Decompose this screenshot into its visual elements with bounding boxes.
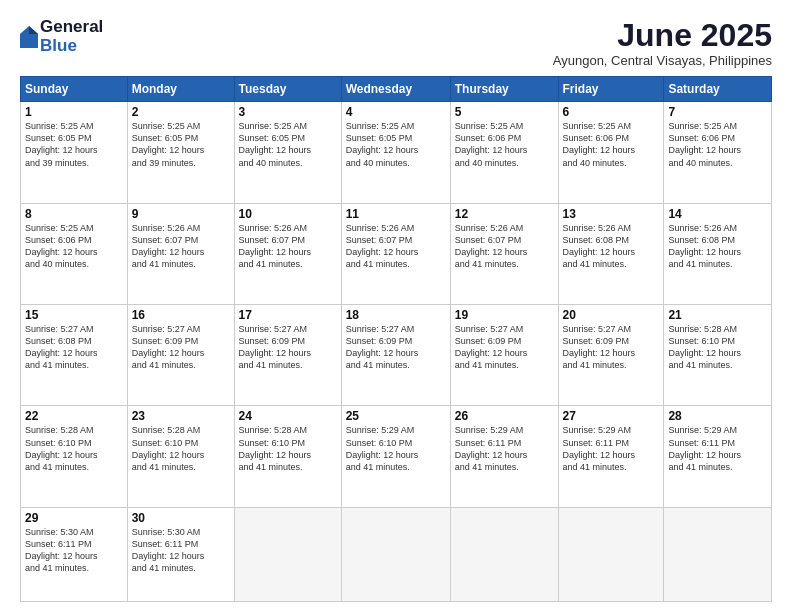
day-number: 8 — [25, 207, 123, 221]
table-row: 26Sunrise: 5:29 AM Sunset: 6:11 PM Dayli… — [450, 406, 558, 507]
table-row: 22Sunrise: 5:28 AM Sunset: 6:10 PM Dayli… — [21, 406, 128, 507]
table-row — [558, 507, 664, 601]
table-row: 23Sunrise: 5:28 AM Sunset: 6:10 PM Dayli… — [127, 406, 234, 507]
day-info: Sunrise: 5:25 AM Sunset: 6:06 PM Dayligh… — [455, 120, 554, 169]
day-info: Sunrise: 5:27 AM Sunset: 6:08 PM Dayligh… — [25, 323, 123, 372]
day-info: Sunrise: 5:28 AM Sunset: 6:10 PM Dayligh… — [25, 424, 123, 473]
table-row: 25Sunrise: 5:29 AM Sunset: 6:10 PM Dayli… — [341, 406, 450, 507]
table-row: 8Sunrise: 5:25 AM Sunset: 6:06 PM Daylig… — [21, 203, 128, 304]
day-number: 17 — [239, 308, 337, 322]
day-number: 6 — [563, 105, 660, 119]
table-row: 1Sunrise: 5:25 AM Sunset: 6:05 PM Daylig… — [21, 102, 128, 203]
header-row: Sunday Monday Tuesday Wednesday Thursday… — [21, 77, 772, 102]
day-number: 2 — [132, 105, 230, 119]
day-number: 27 — [563, 409, 660, 423]
table-row: 17Sunrise: 5:27 AM Sunset: 6:09 PM Dayli… — [234, 305, 341, 406]
day-number: 21 — [668, 308, 767, 322]
day-number: 28 — [668, 409, 767, 423]
day-info: Sunrise: 5:27 AM Sunset: 6:09 PM Dayligh… — [132, 323, 230, 372]
day-info: Sunrise: 5:25 AM Sunset: 6:06 PM Dayligh… — [668, 120, 767, 169]
day-info: Sunrise: 5:25 AM Sunset: 6:05 PM Dayligh… — [132, 120, 230, 169]
table-row: 3Sunrise: 5:25 AM Sunset: 6:05 PM Daylig… — [234, 102, 341, 203]
table-row — [450, 507, 558, 601]
day-number: 18 — [346, 308, 446, 322]
table-row: 10Sunrise: 5:26 AM Sunset: 6:07 PM Dayli… — [234, 203, 341, 304]
calendar-week-5: 29Sunrise: 5:30 AM Sunset: 6:11 PM Dayli… — [21, 507, 772, 601]
calendar-week-2: 8Sunrise: 5:25 AM Sunset: 6:06 PM Daylig… — [21, 203, 772, 304]
day-number: 24 — [239, 409, 337, 423]
logo-icon — [20, 26, 38, 48]
table-row: 29Sunrise: 5:30 AM Sunset: 6:11 PM Dayli… — [21, 507, 128, 601]
calendar-table: Sunday Monday Tuesday Wednesday Thursday… — [20, 76, 772, 602]
table-row: 27Sunrise: 5:29 AM Sunset: 6:11 PM Dayli… — [558, 406, 664, 507]
table-row: 7Sunrise: 5:25 AM Sunset: 6:06 PM Daylig… — [664, 102, 772, 203]
day-info: Sunrise: 5:28 AM Sunset: 6:10 PM Dayligh… — [132, 424, 230, 473]
table-row — [341, 507, 450, 601]
day-number: 30 — [132, 511, 230, 525]
day-info: Sunrise: 5:27 AM Sunset: 6:09 PM Dayligh… — [346, 323, 446, 372]
col-thursday: Thursday — [450, 77, 558, 102]
day-number: 1 — [25, 105, 123, 119]
day-info: Sunrise: 5:26 AM Sunset: 6:07 PM Dayligh… — [346, 222, 446, 271]
logo-text: General Blue — [40, 18, 103, 55]
subtitle: Ayungon, Central Visayas, Philippines — [553, 53, 772, 68]
col-tuesday: Tuesday — [234, 77, 341, 102]
day-number: 22 — [25, 409, 123, 423]
table-row: 21Sunrise: 5:28 AM Sunset: 6:10 PM Dayli… — [664, 305, 772, 406]
table-row — [664, 507, 772, 601]
day-info: Sunrise: 5:29 AM Sunset: 6:11 PM Dayligh… — [455, 424, 554, 473]
day-info: Sunrise: 5:26 AM Sunset: 6:08 PM Dayligh… — [668, 222, 767, 271]
day-info: Sunrise: 5:25 AM Sunset: 6:05 PM Dayligh… — [346, 120, 446, 169]
table-row: 2Sunrise: 5:25 AM Sunset: 6:05 PM Daylig… — [127, 102, 234, 203]
table-row: 15Sunrise: 5:27 AM Sunset: 6:08 PM Dayli… — [21, 305, 128, 406]
table-row: 20Sunrise: 5:27 AM Sunset: 6:09 PM Dayli… — [558, 305, 664, 406]
day-number: 25 — [346, 409, 446, 423]
day-info: Sunrise: 5:30 AM Sunset: 6:11 PM Dayligh… — [132, 526, 230, 575]
day-number: 4 — [346, 105, 446, 119]
table-row: 24Sunrise: 5:28 AM Sunset: 6:10 PM Dayli… — [234, 406, 341, 507]
day-info: Sunrise: 5:26 AM Sunset: 6:08 PM Dayligh… — [563, 222, 660, 271]
day-info: Sunrise: 5:26 AM Sunset: 6:07 PM Dayligh… — [132, 222, 230, 271]
table-row: 19Sunrise: 5:27 AM Sunset: 6:09 PM Dayli… — [450, 305, 558, 406]
calendar-week-4: 22Sunrise: 5:28 AM Sunset: 6:10 PM Dayli… — [21, 406, 772, 507]
month-title: June 2025 — [553, 18, 772, 53]
table-row — [234, 507, 341, 601]
table-row: 9Sunrise: 5:26 AM Sunset: 6:07 PM Daylig… — [127, 203, 234, 304]
day-info: Sunrise: 5:29 AM Sunset: 6:11 PM Dayligh… — [668, 424, 767, 473]
table-row: 6Sunrise: 5:25 AM Sunset: 6:06 PM Daylig… — [558, 102, 664, 203]
col-monday: Monday — [127, 77, 234, 102]
day-info: Sunrise: 5:27 AM Sunset: 6:09 PM Dayligh… — [563, 323, 660, 372]
table-row: 12Sunrise: 5:26 AM Sunset: 6:07 PM Dayli… — [450, 203, 558, 304]
day-number: 9 — [132, 207, 230, 221]
day-number: 12 — [455, 207, 554, 221]
table-row: 18Sunrise: 5:27 AM Sunset: 6:09 PM Dayli… — [341, 305, 450, 406]
calendar-week-3: 15Sunrise: 5:27 AM Sunset: 6:08 PM Dayli… — [21, 305, 772, 406]
table-row: 11Sunrise: 5:26 AM Sunset: 6:07 PM Dayli… — [341, 203, 450, 304]
day-info: Sunrise: 5:25 AM Sunset: 6:05 PM Dayligh… — [239, 120, 337, 169]
header: General Blue June 2025 Ayungon, Central … — [20, 18, 772, 68]
svg-marker-1 — [29, 26, 38, 34]
logo-blue: Blue — [40, 37, 103, 56]
logo-general: General — [40, 18, 103, 37]
day-info: Sunrise: 5:30 AM Sunset: 6:11 PM Dayligh… — [25, 526, 123, 575]
day-number: 20 — [563, 308, 660, 322]
day-info: Sunrise: 5:25 AM Sunset: 6:06 PM Dayligh… — [25, 222, 123, 271]
day-number: 3 — [239, 105, 337, 119]
day-info: Sunrise: 5:25 AM Sunset: 6:05 PM Dayligh… — [25, 120, 123, 169]
day-info: Sunrise: 5:26 AM Sunset: 6:07 PM Dayligh… — [455, 222, 554, 271]
day-number: 13 — [563, 207, 660, 221]
day-info: Sunrise: 5:29 AM Sunset: 6:10 PM Dayligh… — [346, 424, 446, 473]
col-friday: Friday — [558, 77, 664, 102]
day-number: 26 — [455, 409, 554, 423]
day-number: 10 — [239, 207, 337, 221]
table-row: 13Sunrise: 5:26 AM Sunset: 6:08 PM Dayli… — [558, 203, 664, 304]
col-sunday: Sunday — [21, 77, 128, 102]
day-info: Sunrise: 5:28 AM Sunset: 6:10 PM Dayligh… — [668, 323, 767, 372]
day-info: Sunrise: 5:25 AM Sunset: 6:06 PM Dayligh… — [563, 120, 660, 169]
day-info: Sunrise: 5:27 AM Sunset: 6:09 PM Dayligh… — [455, 323, 554, 372]
table-row: 5Sunrise: 5:25 AM Sunset: 6:06 PM Daylig… — [450, 102, 558, 203]
table-row: 28Sunrise: 5:29 AM Sunset: 6:11 PM Dayli… — [664, 406, 772, 507]
day-number: 14 — [668, 207, 767, 221]
logo: General Blue — [20, 18, 103, 55]
day-number: 15 — [25, 308, 123, 322]
